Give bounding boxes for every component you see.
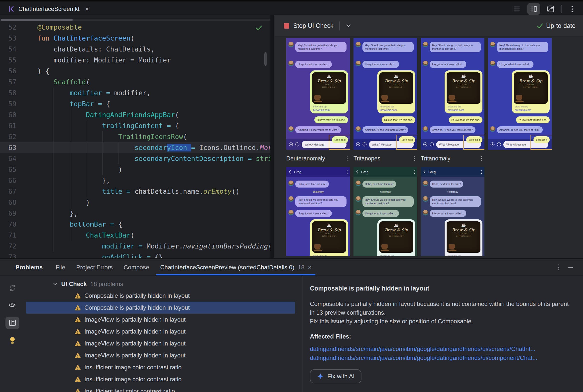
saucer-shape	[314, 250, 322, 251]
add-attachment-icon[interactable]	[356, 142, 360, 146]
problems-group-header[interactable]: UI Check 18 problems	[25, 278, 302, 290]
split-view-button[interactable]	[527, 3, 540, 15]
inspections-ok-icon[interactable]	[255, 25, 262, 31]
chat-menu-icon[interactable]	[481, 170, 482, 174]
vertical-scrollbar-thumb[interactable]	[264, 52, 267, 66]
card-brand: Brew & Sip	[379, 228, 413, 232]
back-icon[interactable]	[423, 170, 425, 174]
phone-preview[interactable]: Hey! Should we go to that cafe you menti…	[421, 38, 484, 150]
phone-preview[interactable]: Hey! Should we go to that cafe you menti…	[286, 38, 350, 150]
problem-item[interactable]: ImageView is partially hidden in layout	[26, 350, 295, 362]
coffee-cup-icon: ☕	[447, 223, 480, 227]
back-icon[interactable]	[289, 170, 291, 174]
preview-options-icon[interactable]	[414, 156, 415, 161]
editor-tab[interactable]: ChatInterfaceScreen.kt ×	[6, 3, 91, 15]
coffee-cup-shape	[314, 95, 321, 100]
saucer-shape	[381, 250, 389, 251]
preview-options-icon[interactable]	[347, 156, 348, 161]
editor-preview-splitter[interactable]	[270, 15, 274, 258]
layout-warning-highlight: Let's do it	[399, 136, 415, 143]
minimize-icon[interactable]	[567, 264, 573, 270]
add-attachment-icon[interactable]	[490, 142, 495, 146]
chat-bubble: I forgot what it was called...	[497, 61, 533, 68]
chat-bubble: Let's do it	[533, 136, 550, 143]
code-token: ) {	[37, 67, 50, 75]
problem-item[interactable]: Insufficient image color contrast ratio	[26, 362, 295, 373]
tab-chatinterfacescreenpreview-sortedchatdetails-0[interactable]: ChatInterfaceScreenPreview (sortedChatDe…	[155, 259, 317, 275]
warning-icon	[75, 388, 81, 392]
problem-item[interactable]: Insufficient image color contrast ratio	[26, 373, 295, 385]
problem-item[interactable]: Insufficient text color contrast ratio	[26, 385, 295, 392]
card-link[interactable]: brew&sip.com	[380, 108, 413, 112]
add-attachment-icon[interactable]	[289, 142, 293, 146]
message-row: Hey! Should we go to that cafe you menti…	[423, 196, 482, 207]
split-view-icon	[529, 5, 538, 13]
problem-item[interactable]: Composable is partially hidden in layout	[26, 290, 295, 302]
coffee-cup-shape	[516, 95, 522, 100]
message-row: I forgot what it was called...	[490, 61, 550, 68]
phone-preview[interactable]: Hey! Should we go to that cafe you menti…	[354, 38, 417, 150]
phone-preview[interactable]: Hey! Should we go to that cafe you menti…	[488, 38, 552, 150]
code-view-button[interactable]	[510, 3, 523, 15]
refresh-button[interactable]	[6, 282, 20, 294]
toolwindow-title-problems[interactable]: Problems	[10, 259, 50, 275]
emoji-icon[interactable]	[363, 142, 367, 146]
view-options-button[interactable]	[6, 299, 20, 312]
emoji-icon[interactable]	[497, 142, 501, 146]
affected-file-link[interactable]: datingandfriends/src/main/java/com/ibm/g…	[310, 354, 573, 362]
problem-item[interactable]: ImageView is partially hidden in layout	[26, 314, 295, 326]
phone-preview[interactable]: GregHaha, next time for sure!YesterdayHe…	[354, 167, 417, 256]
chat-bubble: Hey! Should we go to that cafe you menti…	[295, 42, 347, 52]
preview-options-icon[interactable]	[481, 156, 482, 161]
brew-and-sip-image: ☕Brew & Sip— OHID —· COFFEETCHSIDY ·	[312, 221, 346, 253]
coffee-cup-icon: ☕	[312, 223, 346, 227]
emoji-icon[interactable]	[430, 142, 434, 146]
coffee-cup-shape	[449, 244, 455, 249]
stop-ui-check-button[interactable]: Stop UI Check	[293, 22, 333, 29]
chevron-down-icon[interactable]	[346, 24, 351, 28]
problem-item[interactable]: ImageView is partially hidden in layout	[26, 326, 295, 338]
chat-menu-icon[interactable]	[347, 170, 348, 174]
chevron-expanded-icon	[53, 282, 58, 286]
card-link[interactable]: brew&sip.com	[515, 108, 548, 112]
chat-menu-icon[interactable]	[414, 170, 415, 174]
chat-bubble: Hey! Should we go to that cafe you menti…	[363, 42, 414, 52]
code-content[interactable]: @Composablefun ChatInterfaceScreen( chat…	[37, 22, 270, 258]
horizontal-scrollbar[interactable]	[0, 19, 270, 21]
message-row: Hey! Should we go to that cafe you menti…	[356, 196, 415, 207]
card-link[interactable]: brew&sip.com	[448, 108, 480, 112]
affected-file-link[interactable]: datingandfriends/src/main/java/com/ibm/g…	[310, 344, 573, 354]
contact-name: Greg	[294, 170, 301, 174]
horizontal-scrollbar-thumb[interactable]	[1, 19, 73, 21]
tab-compose[interactable]: Compose	[118, 259, 155, 275]
emoji-icon[interactable]	[295, 142, 300, 146]
problem-item[interactable]: ImageView is partially hidden in layout	[26, 338, 295, 350]
close-tab-icon[interactable]: ×	[85, 6, 89, 12]
preview-canvas[interactable]: Hey! Should we go to that cafe you menti…	[274, 37, 583, 258]
preview-pane: Stop UI Check Up-to-date Hey! Should we …	[274, 15, 583, 258]
avatar	[423, 42, 428, 47]
fix-with-ai-button[interactable]: Fix with AI	[310, 369, 362, 383]
back-icon[interactable]	[356, 170, 358, 174]
avatar	[356, 42, 361, 47]
editor-more-button[interactable]	[565, 3, 578, 15]
tab-project-errors[interactable]: Project Errors	[71, 259, 118, 275]
problem-item[interactable]: Composable is partially hidden in layout	[26, 302, 295, 314]
tab-file[interactable]: File	[50, 259, 71, 275]
code-editor[interactable]: 5253545556575859606162636465666768697071…	[0, 15, 270, 258]
phone-preview[interactable]: GregHaha, next time for sure!YesterdayHe…	[421, 167, 484, 256]
card-link[interactable]: brew&sip.com	[313, 108, 346, 112]
problem-title: Composable is partially hidden in layout	[310, 285, 573, 292]
chat-bubble: Hey! Should we go to that cafe you menti…	[430, 196, 481, 207]
close-tab-icon[interactable]: ×	[308, 264, 312, 271]
phone-preview[interactable]: GregHaha, next time for sure!YesterdayHe…	[286, 167, 350, 256]
details-view-button[interactable]	[6, 317, 20, 329]
preview-view-button[interactable]	[544, 3, 557, 15]
layout-warning-highlight: Let's do it	[533, 136, 550, 143]
tool-window-options-icon[interactable]	[558, 264, 559, 270]
line-number-gutter: 5253545556575859606162636465666768697071…	[0, 22, 17, 258]
tab-label: File	[56, 264, 65, 271]
add-attachment-icon[interactable]	[423, 142, 427, 146]
suggestions-button[interactable]	[6, 334, 20, 346]
card-brand: Brew & Sip	[312, 78, 346, 83]
